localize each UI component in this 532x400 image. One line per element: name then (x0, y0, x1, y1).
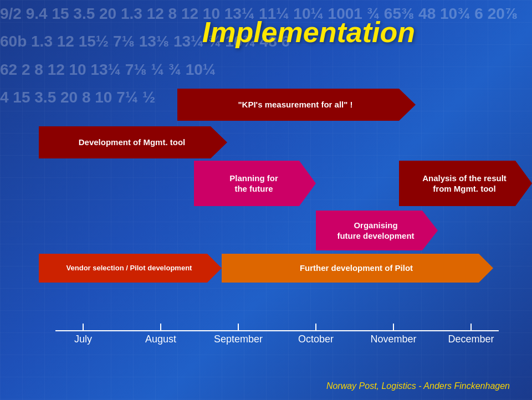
month-tick (238, 324, 239, 331)
timeline-month-july: July (44, 324, 122, 345)
arrow-further: Further development of Pilot (222, 254, 493, 283)
arrow-organising-label: Organisingfuture development (335, 220, 418, 242)
arrow-planning-label: Planning forthe future (227, 173, 283, 194)
arrow-kpi: "KPI's measurement for all" ! (177, 89, 416, 121)
timeline-month-august: August (122, 324, 200, 345)
timeline-months: July August September October November D… (44, 324, 510, 345)
month-tick (470, 324, 472, 331)
month-label: August (145, 334, 176, 345)
month-label: December (448, 334, 494, 345)
month-label: July (74, 334, 92, 345)
arrow-analysis-label: Analysis of the resultfrom Mgmt. tool (420, 173, 511, 194)
month-tick (83, 324, 84, 331)
month-tick (160, 324, 161, 331)
arrow-kpi-label: "KPI's measurement for all" ! (236, 99, 357, 110)
month-label: September (214, 334, 263, 345)
arrow-analysis: Analysis of the resultfrom Mgmt. tool (399, 161, 532, 206)
slide-title: Implementation (202, 16, 415, 49)
footer-text: Norway Post, Logistics - Anders Finckenh… (326, 381, 510, 391)
timeline-month-december: December (432, 324, 510, 345)
arrow-dev-label: Development of Mgmt. tool (76, 137, 190, 148)
timeline-month-october: October (277, 324, 355, 345)
timeline-month-november: November (355, 324, 432, 345)
arrow-planning: Planning forthe future (194, 161, 316, 206)
arrow-organising: Organisingfuture development (316, 211, 438, 250)
month-label: November (370, 334, 416, 345)
arrows-container: "KPI's measurement for all" ! Developmen… (22, 89, 510, 283)
arrow-further-label: Further development of Pilot (298, 263, 417, 274)
arrow-vendor: Vendor selection / Pilot development (39, 254, 222, 283)
timeline-month-september: September (200, 324, 277, 345)
timeline: July August September October November D… (22, 324, 510, 351)
slide-content: Implementation "KPI's measurement for al… (0, 0, 532, 400)
arrow-dev: Development of Mgmt. tool (39, 126, 227, 158)
arrow-vendor-label: Vendor selection / Pilot development (64, 264, 197, 273)
month-label: October (298, 334, 334, 345)
month-tick (393, 324, 394, 331)
month-tick (315, 324, 316, 331)
